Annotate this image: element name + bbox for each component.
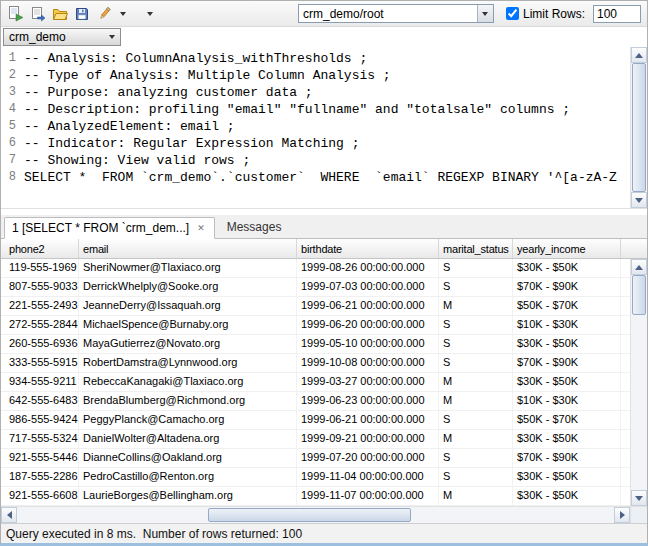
table-cell: $30K - $50K [513,335,621,353]
edit-icon[interactable] [95,5,113,23]
line-number: 6 [1,135,16,152]
table-row[interactable]: 272-555-2844MichaelSpence@Burnaby.org199… [1,316,630,335]
open-folder-icon[interactable] [51,5,69,23]
line-number: 3 [1,84,16,101]
column-header-marital_status[interactable]: marital_status [439,239,513,258]
line-number: 5 [1,118,16,135]
limit-rows-checkbox[interactable] [506,7,519,20]
code-line: SELECT * FROM `crm_demo`.`customer` WHER… [24,169,630,186]
code-line: -- Purpose: analyzing customer data ; [24,84,630,101]
code-line: -- Type of Analysis: Multiple Column Ana… [24,67,630,84]
table-row[interactable]: 333-555-5915RobertDamstra@Lynnwood.org19… [1,354,630,373]
limit-rows-group: Limit Rows: [506,7,585,21]
table-cell: RobertDamstra@Lynnwood.org [79,354,297,372]
editor-vscrollbar[interactable] [630,47,647,208]
table-row[interactable]: 921-555-6608LaurieBorges@Bellingham.org1… [1,487,630,506]
code-line: -- Indicator: Regular Expression Matchin… [24,135,630,152]
connection-combo-value: crm_demo/root [299,7,477,21]
limit-rows-label: Limit Rows: [523,7,585,21]
table-hscrollbar[interactable] [1,506,647,523]
line-number: 1 [1,50,16,67]
table-cell: PeggyPlanck@Camacho.org [79,411,297,429]
column-header-yearly_income[interactable]: yearly_income [513,239,621,258]
table-row[interactable]: 717-555-5324DanielWolter@Altadena.org199… [1,430,630,449]
table-cell: $50K - $70K [513,297,621,315]
table-cell: 272-555-2844 [1,316,79,334]
table-row[interactable]: 221-555-2493JeanneDerry@Issaquah.org1999… [1,297,630,316]
save-icon[interactable] [73,5,91,23]
editor-selector[interactable]: crm_demo [3,28,121,46]
code-line: -- Description: profiling "email" "fulln… [24,101,630,118]
tab-messages[interactable]: Messages [215,216,294,238]
tab-result-1[interactable]: 1 [SELECT * FROM `crm_dem...] ✕ [4,217,215,239]
sql-editor-window: crm_demo/root Limit Rows: crm_demo 12345… [0,0,648,546]
table-cell: 1999-05-10 00:00:00.000 [297,335,439,353]
table-row[interactable]: 119-555-1969SheriNowmer@Tlaxiaco.org1999… [1,259,630,278]
table-cell: S [439,468,513,486]
arrow-left-icon [7,511,12,519]
table-vscrollbar[interactable] [630,259,647,506]
table-cell: MichaelSpence@Burnaby.org [79,316,297,334]
results-table: 119-555-1969SheriNowmer@Tlaxiaco.org1999… [1,259,647,506]
table-cell: JeanneDerry@Issaquah.org [79,297,297,315]
table-row[interactable]: 986-555-9424PeggyPlanck@Camacho.org1999-… [1,411,630,430]
table-cell: $30K - $50K [513,430,621,448]
table-cell: 1999-06-23 00:00:00.000 [297,392,439,410]
scrollbar-track[interactable] [631,63,647,192]
editor-selector-row: crm_demo [1,27,647,47]
scroll-left-button[interactable] [1,507,17,523]
run-sql-icon[interactable] [7,5,25,23]
export-page-icon[interactable] [29,5,47,23]
close-icon[interactable]: ✕ [195,223,207,234]
scrollbar-thumb[interactable] [208,508,411,522]
table-cell: 260-555-6936 [1,335,79,353]
table-cell: 1999-07-20 00:00:00.000 [297,449,439,467]
arrow-down-icon [635,198,643,203]
tab-result-1-label: 1 [SELECT * FROM `crm_dem...] [12,221,189,235]
scrollbar-track[interactable] [17,507,614,523]
table-row[interactable]: 642-555-6483BrendaBlumberg@Richmond.org1… [1,392,630,411]
table-cell: S [439,259,513,277]
chevron-down-icon[interactable] [120,12,126,16]
results-tabbar: 1 [SELECT * FROM `crm_dem...] ✕ Messages [1,215,647,239]
table-cell: 1999-07-03 00:00:00.000 [297,278,439,296]
table-cell: 1999-11-07 00:00:00.000 [297,487,439,505]
table-cell: $30K - $50K [513,373,621,391]
scroll-down-button[interactable] [631,192,647,208]
column-header-birthdate[interactable]: birthdate [297,239,439,258]
scrollbar-thumb[interactable] [632,63,646,192]
connection-combo[interactable]: crm_demo/root [298,4,494,23]
editor-code[interactable]: -- Analysis: ColumnAnalysis_withThreshol… [19,47,630,208]
arrow-up-icon [635,53,643,58]
scrollbar-corner [630,507,647,523]
scroll-up-button[interactable] [631,47,647,63]
scroll-down-button[interactable] [631,490,647,506]
arrow-right-icon [620,511,625,519]
scroll-right-button[interactable] [614,507,630,523]
table-cell: $50K - $70K [513,411,621,429]
editor-gutter: 12345678 [1,47,19,208]
table-row[interactable]: 934-555-9211RebeccaKanagaki@Tlaxiaco.org… [1,373,630,392]
table-cell: MayaGutierrez@Novato.org [79,335,297,353]
sql-editor[interactable]: 12345678 -- Analysis: ColumnAnalysis_wit… [1,47,647,209]
table-cell: 1999-03-27 00:00:00.000 [297,373,439,391]
limit-rows-input[interactable] [593,5,641,23]
scroll-up-button[interactable] [631,259,647,275]
table-cell: 1999-06-21 00:00:00.000 [297,411,439,429]
table-row[interactable]: 921-555-5446DianneCollins@Oakland.org199… [1,449,630,468]
scrollbar-track[interactable] [631,275,647,490]
table-cell: S [439,316,513,334]
table-row[interactable]: 187-555-2286PedroCastillo@Renton.org1999… [1,468,630,487]
column-header-phone2[interactable]: phone2 [1,239,79,258]
table-cell: 921-555-6608 [1,487,79,505]
scrollbar-thumb[interactable] [632,275,646,315]
chevron-down-icon[interactable] [147,12,153,16]
line-number: 7 [1,152,16,169]
table-cell: 187-555-2286 [1,468,79,486]
table-row[interactable]: 260-555-6936MayaGutierrez@Novato.org1999… [1,335,630,354]
table-cell: 986-555-9424 [1,411,79,429]
combo-dropdown-button[interactable] [477,5,493,22]
tab-messages-label: Messages [227,220,282,234]
column-header-email[interactable]: email [79,239,297,258]
table-row[interactable]: 807-555-9033DerrickWhelply@Sooke.org1999… [1,278,630,297]
